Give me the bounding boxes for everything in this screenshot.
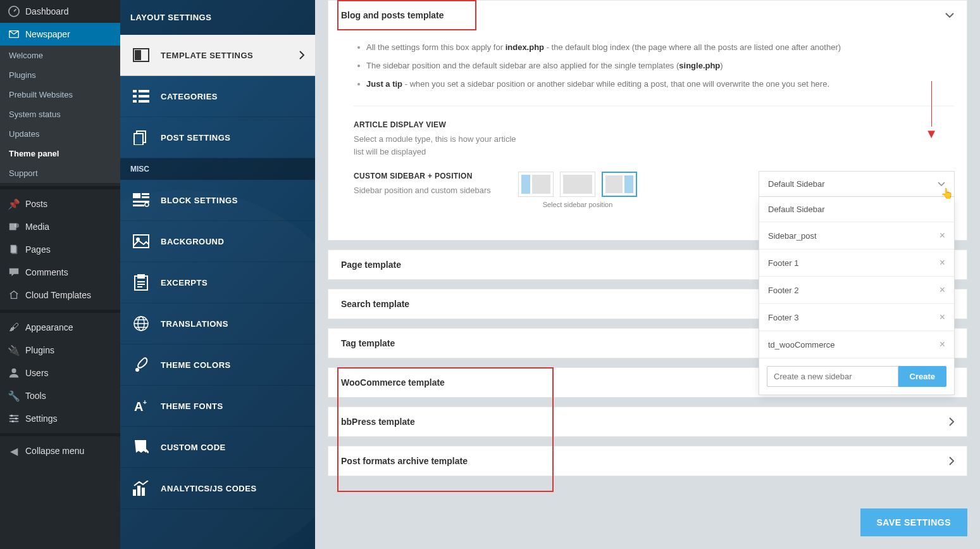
svg-point-11	[15, 417, 18, 420]
panel-item-colors[interactable]: THEME COLORS	[120, 344, 315, 386]
sidebar-item-appearance[interactable]: 🖌Appearance	[0, 316, 120, 339]
delete-icon[interactable]: ×	[940, 230, 945, 241]
collapse-icon: ◀	[8, 445, 20, 457]
delete-icon[interactable]: ×	[940, 339, 945, 350]
sidebar-sub-plugins[interactable]: Plugins	[0, 65, 120, 85]
svg-point-12	[11, 420, 14, 423]
cloud-icon	[8, 289, 20, 301]
dd-item-woo[interactable]: td_wooCommerce×	[759, 331, 954, 358]
svg-rect-5	[11, 246, 17, 255]
panel-header-layout: LAYOUT SETTINGS	[120, 0, 315, 35]
sidebar-pos-title: CUSTOM SIDEBAR + POSITION	[354, 172, 518, 180]
svg-rect-15	[133, 90, 137, 92]
sidebar-sub-updates[interactable]: Updates	[0, 124, 120, 144]
panel-item-translations[interactable]: TRANSLATIONS	[120, 303, 315, 344]
panel-item-post[interactable]: POST SETTINGS	[120, 117, 315, 158]
svg-rect-19	[133, 100, 137, 103]
dd-item-footer1[interactable]: Footer 1×	[759, 249, 954, 277]
brush-icon: 🖌	[8, 321, 20, 334]
sidebar-item-settings[interactable]: Settings	[0, 407, 120, 430]
panel-item-background[interactable]: BACKGROUND	[120, 221, 315, 262]
sidebar-sub-themepanel[interactable]: Theme panel	[0, 144, 120, 163]
pages-icon	[8, 243, 20, 256]
newspaper-icon	[8, 28, 20, 41]
svg-rect-20	[139, 100, 149, 103]
panel-item-code[interactable]: CUSTOM CODE	[120, 427, 315, 468]
sidebar-caption: Select sidebar position	[518, 201, 637, 208]
create-sidebar-input[interactable]	[767, 366, 898, 387]
panel-item-categories[interactable]: CATEGORIES	[120, 76, 315, 117]
chart-icon	[130, 481, 152, 496]
panel-item-block[interactable]: BLOCK SETTINGS	[120, 180, 315, 221]
paint-icon	[130, 357, 152, 372]
sidebar-none-option[interactable]	[560, 172, 595, 197]
sidebar-item-pages[interactable]: Pages	[0, 238, 120, 261]
article-display-desc: Select a module type, this is how your a…	[354, 133, 518, 158]
dd-item-sidebarpost[interactable]: Sidebar_post×	[759, 222, 954, 249]
accordion-bbpress[interactable]: bbPress template	[328, 407, 967, 437]
sidebar-item-tools[interactable]: 🔧Tools	[0, 384, 120, 407]
categories-icon	[130, 89, 152, 104]
sidebar-item-dashboard[interactable]: Dashboard	[0, 0, 120, 23]
sidebar-item-comments[interactable]: Comments	[0, 261, 120, 284]
delete-icon[interactable]: ×	[940, 257, 945, 268]
svg-rect-14	[135, 51, 140, 60]
create-button[interactable]: Create	[898, 366, 946, 387]
save-settings-button[interactable]: SAVE SETTINGS	[860, 508, 967, 536]
svg-text:A: A	[134, 400, 144, 413]
sidebar-sub-welcome[interactable]: Welcome	[0, 46, 120, 65]
svg-rect-23	[133, 193, 140, 198]
svg-rect-16	[139, 90, 149, 92]
template-icon	[130, 47, 152, 63]
sidebar-item-users[interactable]: Users	[0, 362, 120, 384]
dd-item-footer3[interactable]: Footer 3×	[759, 304, 954, 331]
svg-rect-44	[133, 489, 136, 496]
sidebar-sub-support[interactable]: Support	[0, 163, 120, 183]
code-icon	[130, 439, 152, 455]
sidebar-item-posts[interactable]: 📌Posts	[0, 192, 120, 215]
sidebar-sub-prebuilt[interactable]: Prebuilt Websites	[0, 85, 120, 104]
panel-item-fonts[interactable]: A+THEME FONTS	[120, 386, 315, 427]
svg-point-3	[15, 224, 19, 228]
plug-icon: 🔌	[8, 344, 20, 357]
dd-item-footer2[interactable]: Footer 2×	[759, 277, 954, 304]
sidebar-collapse[interactable]: ◀Collapse menu	[0, 439, 120, 462]
annotation-arrow: ▼	[925, 127, 938, 141]
sidebar-left-option[interactable]	[518, 172, 554, 197]
chevron-right-icon	[949, 457, 954, 465]
sidebar-item-media[interactable]: Media	[0, 215, 120, 238]
info-line-1: All the settings form this box apply for…	[354, 39, 954, 57]
panel-item-excerpts[interactable]: EXCERPTS	[120, 262, 315, 303]
sidebar-item-newspaper[interactable]: Newspaper	[0, 23, 120, 46]
delete-icon[interactable]: ×	[940, 312, 945, 323]
accordion-postformats[interactable]: Post formats archive template	[328, 446, 967, 476]
sidebar-item-cloud[interactable]: Cloud Templates	[0, 284, 120, 306]
panel-item-analytics[interactable]: ANALYTICS/JS CODES	[120, 468, 315, 509]
chevron-right-icon	[949, 417, 954, 426]
svg-rect-46	[142, 488, 145, 496]
dashboard-icon	[8, 5, 20, 18]
acc-header-blog[interactable]: Blog and posts template	[328, 1, 967, 30]
media-icon	[8, 220, 20, 233]
delete-icon[interactable]: ×	[940, 284, 945, 296]
comment-icon	[8, 266, 20, 279]
panel-item-template[interactable]: TEMPLATE SETTINGS	[120, 35, 315, 76]
info-line-3: Just a tip - when you set a sidebar posi…	[354, 75, 954, 94]
sidebar-sub-system[interactable]: System status	[0, 104, 120, 124]
font-icon: A+	[130, 398, 152, 413]
sidebar-item-plugins2[interactable]: 🔌Plugins	[0, 339, 120, 362]
info-line-2: The sidebar position and the default sid…	[354, 57, 954, 75]
newspaper-label: Newspaper	[25, 29, 70, 39]
user-icon	[8, 367, 20, 379]
main-content: Blog and posts template All the settings…	[315, 0, 980, 549]
svg-rect-32	[138, 275, 144, 278]
globe-icon	[130, 316, 152, 331]
dropdown-toggle[interactable]: Default Sidebar	[759, 171, 955, 197]
dd-item-default[interactable]: Default Sidebar	[759, 197, 954, 222]
chevron-right-icon	[299, 50, 305, 60]
sidebar-right-option[interactable]	[602, 172, 637, 197]
svg-point-28	[145, 203, 149, 206]
dashboard-label: Dashboard	[25, 6, 69, 16]
svg-rect-18	[139, 95, 149, 98]
sliders-icon	[8, 412, 20, 425]
